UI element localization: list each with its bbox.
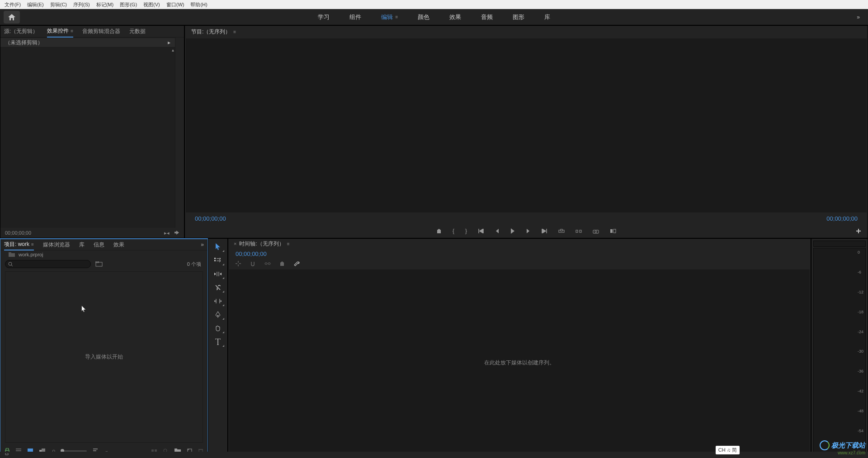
workspace-tab-audio[interactable]: 音频 <box>481 13 493 21</box>
tab-metadata[interactable]: 元数据 <box>129 28 146 35</box>
add-marker-icon[interactable] <box>280 261 284 266</box>
hamburger-icon[interactable]: ≡ <box>31 242 34 247</box>
menu-view[interactable]: 视图(V) <box>143 1 160 8</box>
timeline-settings-icon[interactable] <box>293 260 300 267</box>
snap-icon[interactable] <box>250 261 255 266</box>
svg-point-10 <box>9 262 12 265</box>
workspace-tab-graphics[interactable]: 图形 <box>513 13 524 21</box>
menu-sequence[interactable]: 序列(S) <box>73 1 90 8</box>
program-title: 节目:（无序列） <box>191 28 231 36</box>
mark-in-button[interactable]: { <box>453 228 454 234</box>
button-editor-add[interactable] <box>856 228 861 234</box>
timeline-close-icon[interactable]: × <box>234 241 236 246</box>
scroll-up-arrow-icon[interactable]: ▴ <box>172 47 174 52</box>
timeline-timecode[interactable]: 00;00;00;00 <box>228 249 811 259</box>
play-button[interactable] <box>510 228 515 234</box>
track-select-tool[interactable] <box>212 256 224 265</box>
tab-effect-controls[interactable]: 效果控件≡ <box>47 26 73 38</box>
program-monitor <box>186 38 867 212</box>
workspace-bar: 学习 组件 编辑≡ 颜色 效果 音频 图形 库 » <box>0 9 868 25</box>
tab-source[interactable]: 源:（无剪辑） <box>4 28 38 35</box>
svg-rect-38 <box>265 263 267 264</box>
insert-sequence-icon[interactable] <box>236 261 241 266</box>
menu-edit[interactable]: 编辑(E) <box>27 1 44 8</box>
workspace-tab-learn[interactable]: 学习 <box>318 13 330 21</box>
timeline-empty-message: 在此处放下媒体以创建序列。 <box>484 359 555 367</box>
lift-button[interactable] <box>558 229 565 233</box>
timeline-body[interactable]: 在此处放下媒体以创建序列。 <box>229 269 810 456</box>
linked-selection-icon[interactable] <box>264 261 271 266</box>
hand-tool[interactable] <box>212 324 224 333</box>
project-search-input[interactable] <box>13 261 81 267</box>
menu-bar: 文件(F) 编辑(E) 剪辑(C) 序列(S) 标记(M) 图形(G) 视图(V… <box>0 0 868 9</box>
workspace-overflow[interactable]: » <box>857 14 860 20</box>
home-button[interactable] <box>4 11 20 24</box>
hamburger-icon[interactable]: ≡ <box>71 28 73 33</box>
add-marker-button[interactable] <box>436 228 442 234</box>
source-panel-tabs: 源:（无剪辑） 效果控件≡ 音频剪辑混合器 元数据 <box>0 26 184 38</box>
play-around-icon[interactable]: ▸◂ <box>164 230 170 236</box>
menu-file[interactable]: 文件(F) <box>5 1 21 8</box>
svg-rect-2 <box>576 230 578 232</box>
effect-controls-header-row: （未选择剪辑） ▸ <box>0 38 175 47</box>
slip-tool[interactable] <box>212 297 224 306</box>
effect-controls-timecode: 00;00;00;00 <box>5 230 31 236</box>
panel-program: 节目:（无序列） ≡ 00;00;00;00 00;00;00;00 { } <box>184 25 868 238</box>
tab-project-label: 项目: work <box>4 241 29 248</box>
project-tabs-overflow[interactable]: » <box>201 241 204 248</box>
workspace-tab-edit[interactable]: 编辑≡ <box>381 13 398 21</box>
panel-source-group: 源:（无剪辑） 效果控件≡ 音频剪辑混合器 元数据 （未选择剪辑） ▸ ▴ <box>0 25 184 238</box>
type-tool[interactable] <box>212 337 224 346</box>
project-body[interactable]: 导入媒体以开始 <box>5 271 203 443</box>
project-search-field[interactable] <box>5 260 91 268</box>
hamburger-icon[interactable]: ≡ <box>287 241 290 246</box>
tab-effects-lower[interactable]: 效果 <box>113 241 124 249</box>
step-forward-button[interactable] <box>526 229 530 233</box>
razor-tool[interactable] <box>212 283 224 292</box>
tools-panel <box>208 238 228 458</box>
watermark-url: www.xz7.com <box>820 450 865 455</box>
watermark-logo-icon <box>820 440 830 450</box>
tab-effect-controls-label: 效果控件 <box>47 27 69 35</box>
program-timecode-left[interactable]: 00;00;00;00 <box>195 215 226 222</box>
go-to-out-button[interactable] <box>541 229 547 233</box>
menu-graphics[interactable]: 图形(G) <box>120 1 137 8</box>
menu-window[interactable]: 窗口(W) <box>166 1 184 8</box>
ripple-edit-tool[interactable] <box>212 269 224 279</box>
program-transport: { } <box>185 224 868 238</box>
svg-rect-33 <box>214 260 216 261</box>
comparison-view-button[interactable] <box>610 229 616 233</box>
menu-marker[interactable]: 标记(M) <box>96 1 114 8</box>
workspace-tab-assembly[interactable]: 组件 <box>349 13 361 21</box>
workspace-tab-effects[interactable]: 效果 <box>449 13 461 21</box>
tab-audio-mixer[interactable]: 音频剪辑混合器 <box>82 28 120 35</box>
menu-help[interactable]: 帮助(H) <box>190 1 207 8</box>
tab-libraries[interactable]: 库 <box>79 241 85 249</box>
tab-media-browser[interactable]: 媒体浏览器 <box>43 241 70 249</box>
svg-rect-9 <box>9 252 11 254</box>
mark-out-button[interactable]: } <box>465 228 467 234</box>
tab-project[interactable]: 项目: work≡ <box>4 239 34 250</box>
selection-tool[interactable] <box>212 242 224 251</box>
workspace-tab-color[interactable]: 颜色 <box>418 13 429 21</box>
panel-audio-meter: 0 -6 -12 -18 -24 -30 -36 -42 -48 -54 -- <box>811 238 868 458</box>
expand-arrow-icon[interactable]: ▸ <box>168 39 170 46</box>
hamburger-icon[interactable]: ≡ <box>233 29 236 34</box>
ime-indicator[interactable]: CH ♫ 简 <box>716 446 740 454</box>
new-bin-from-search-icon[interactable] <box>95 261 103 267</box>
export-frame-icon[interactable] <box>174 230 179 236</box>
tab-info[interactable]: 信息 <box>94 241 104 249</box>
menu-clip[interactable]: 剪辑(C) <box>50 1 67 8</box>
go-to-in-button[interactable] <box>478 229 484 233</box>
extract-button[interactable] <box>576 229 582 233</box>
step-back-button[interactable] <box>495 229 500 233</box>
panel-timeline: × 时间轴:（无序列） ≡ 00;00;00;00 在此处放下媒体以创建序列。 <box>228 238 811 458</box>
project-filename-row: work.prproj <box>0 250 208 259</box>
meter-tick: -24 <box>858 330 863 334</box>
timeline-controls <box>228 259 811 269</box>
pen-tool[interactable] <box>212 310 224 319</box>
workspace-tab-library[interactable]: 库 <box>544 13 550 21</box>
meter-tick: -42 <box>858 389 863 393</box>
export-frame-button[interactable] <box>593 229 599 234</box>
status-link-icon[interactable] <box>4 453 10 457</box>
